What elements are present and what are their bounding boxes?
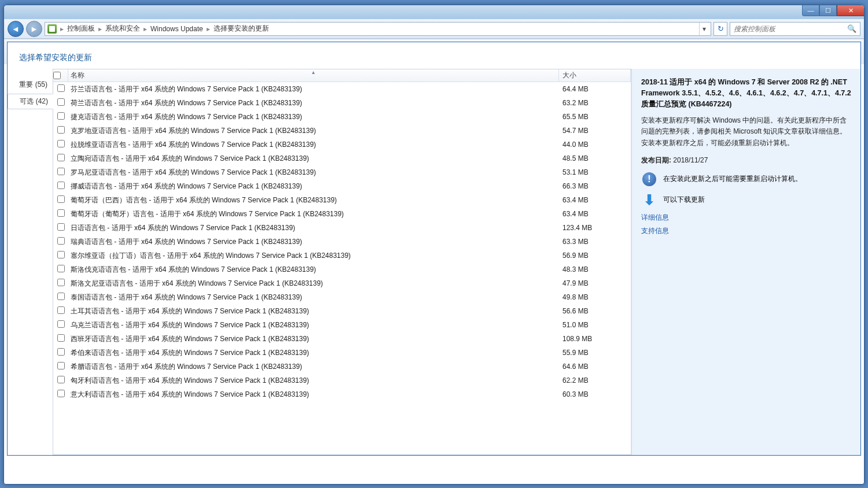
row-checkbox[interactable]: [57, 195, 65, 203]
update-name: 意大利语语言包 - 适用于 x64 系统的 Windows 7 Service …: [68, 390, 559, 400]
row-checkbox[interactable]: [57, 334, 65, 342]
row-checkbox[interactable]: [57, 112, 65, 120]
chevron-right-icon[interactable]: ▸: [144, 25, 147, 33]
update-name: 匈牙利语语言包 - 适用于 x64 系统的 Windows 7 Service …: [68, 376, 559, 386]
minimize-button[interactable]: —: [802, 5, 819, 16]
update-name: 立陶宛语语言包 - 适用于 x64 系统的 Windows 7 Service …: [68, 154, 559, 164]
search-box[interactable]: 🔍: [730, 22, 860, 36]
update-name: 西班牙语语言包 - 适用于 x64 系统的 Windows 7 Service …: [68, 334, 559, 344]
category-tabs: 重要 (55) 可选 (42): [8, 69, 53, 455]
update-name: 克罗地亚语语言包 - 适用于 x64 系统的 Windows 7 Service…: [68, 126, 559, 136]
table-row[interactable]: 立陶宛语语言包 - 适用于 x64 系统的 Windows 7 Service …: [53, 151, 631, 165]
row-checkbox[interactable]: [57, 320, 65, 328]
table-row[interactable]: 瑞典语语言包 - 适用于 x64 系统的 Windows 7 Service P…: [53, 235, 631, 249]
row-checkbox[interactable]: [57, 182, 65, 189]
download-icon: ⬇: [641, 192, 657, 208]
back-button[interactable]: ◄: [8, 21, 24, 37]
table-row[interactable]: 西班牙语语言包 - 适用于 x64 系统的 Windows 7 Service …: [53, 332, 631, 346]
update-size: 47.9 MB: [559, 279, 631, 287]
row-checkbox[interactable]: [57, 168, 65, 175]
row-checkbox[interactable]: [57, 126, 65, 134]
row-checkbox[interactable]: [57, 376, 65, 383]
table-row[interactable]: 葡萄牙语（巴西）语言包 - 适用于 x64 系统的 Windows 7 Serv…: [53, 193, 631, 207]
breadcrumb-item[interactable]: Windows Update: [150, 25, 203, 33]
chevron-right-icon[interactable]: ▸: [207, 25, 210, 33]
list-body[interactable]: 芬兰语语言包 - 适用于 x64 系统的 Windows 7 Service P…: [53, 82, 631, 454]
table-row[interactable]: 希腊语语言包 - 适用于 x64 系统的 Windows 7 Service P…: [53, 360, 631, 374]
update-name: 芬兰语语言包 - 适用于 x64 系统的 Windows 7 Service P…: [68, 84, 559, 94]
search-input[interactable]: [734, 25, 847, 33]
breadcrumb-item[interactable]: 系统和安全: [105, 24, 140, 34]
table-row[interactable]: 乌克兰语语言包 - 适用于 x64 系统的 Windows 7 Service …: [53, 318, 631, 332]
table-row[interactable]: 匈牙利语语言包 - 适用于 x64 系统的 Windows 7 Service …: [53, 374, 631, 387]
table-row[interactable]: 挪威语语言包 - 适用于 x64 系统的 Windows 7 Service P…: [53, 179, 631, 193]
breadcrumb-item[interactable]: 控制面板: [67, 24, 95, 34]
table-row[interactable]: 泰国语语言包 - 适用于 x64 系统的 Windows 7 Service P…: [53, 290, 631, 304]
row-checkbox[interactable]: [57, 306, 65, 314]
table-row[interactable]: 希伯来语语言包 - 适用于 x64 系统的 Windows 7 Service …: [53, 346, 631, 360]
search-icon[interactable]: 🔍: [847, 24, 856, 33]
table-row[interactable]: 芬兰语语言包 - 适用于 x64 系统的 Windows 7 Service P…: [53, 82, 631, 96]
update-name: 日语语言包 - 适用于 x64 系统的 Windows 7 Service Pa…: [68, 223, 559, 233]
update-name: 土耳其语语言包 - 适用于 x64 系统的 Windows 7 Service …: [68, 306, 559, 316]
titlebar[interactable]: — ☐ ✕: [4, 5, 864, 19]
table-row[interactable]: 克罗地亚语语言包 - 适用于 x64 系统的 Windows 7 Service…: [53, 124, 631, 138]
row-checkbox[interactable]: [57, 154, 65, 161]
row-checkbox[interactable]: [57, 390, 65, 397]
update-size: 108.9 MB: [559, 335, 631, 343]
update-size: 51.0 MB: [559, 321, 631, 329]
table-row[interactable]: 荷兰语语言包 - 适用于 x64 系统的 Windows 7 Service P…: [53, 96, 631, 110]
row-checkbox[interactable]: [57, 293, 65, 300]
breadcrumb-item[interactable]: 选择要安装的更新: [214, 24, 269, 34]
row-checkbox[interactable]: [57, 362, 65, 369]
row-checkbox[interactable]: [57, 140, 65, 147]
close-button[interactable]: ✕: [837, 5, 865, 16]
row-checkbox[interactable]: [57, 348, 65, 356]
row-checkbox[interactable]: [57, 279, 65, 286]
select-all-checkbox[interactable]: [53, 72, 61, 79]
table-row[interactable]: 意大利语语言包 - 适用于 x64 系统的 Windows 7 Service …: [53, 387, 631, 401]
row-checkbox[interactable]: [57, 237, 65, 245]
update-name: 拉脱维亚语语言包 - 适用于 x64 系统的 Windows 7 Service…: [68, 140, 559, 150]
column-name[interactable]: 名称▴: [68, 69, 559, 82]
address-dropdown[interactable]: ▾: [699, 23, 708, 35]
update-size: 123.4 MB: [559, 224, 631, 232]
chevron-right-icon[interactable]: ▸: [60, 25, 64, 33]
table-row[interactable]: 日语语言包 - 适用于 x64 系统的 Windows 7 Service Pa…: [53, 221, 631, 235]
update-name: 挪威语语言包 - 适用于 x64 系统的 Windows 7 Service P…: [68, 182, 559, 191]
table-row[interactable]: 斯洛文尼亚语语言包 - 适用于 x64 系统的 Windows 7 Servic…: [53, 276, 631, 290]
row-checkbox[interactable]: [57, 251, 65, 258]
update-name: 泰国语语言包 - 适用于 x64 系统的 Windows 7 Service P…: [68, 293, 559, 302]
table-row[interactable]: 拉脱维亚语语言包 - 适用于 x64 系统的 Windows 7 Service…: [53, 138, 631, 151]
tab-optional[interactable]: 可选 (42): [8, 94, 53, 109]
row-checkbox[interactable]: [57, 223, 65, 231]
tab-important[interactable]: 重要 (55): [8, 77, 53, 93]
select-all-column[interactable]: [53, 69, 68, 82]
update-size: 63.2 MB: [559, 99, 631, 107]
update-name: 希腊语语言包 - 适用于 x64 系统的 Windows 7 Service P…: [68, 362, 559, 372]
row-checkbox[interactable]: [57, 265, 65, 272]
navbar: ◄ ► ▸ 控制面板 ▸ 系统和安全 ▸ Windows Update ▸ 选择…: [4, 19, 864, 39]
row-checkbox[interactable]: [57, 84, 65, 92]
update-name: 瑞典语语言包 - 适用于 x64 系统的 Windows 7 Service P…: [68, 237, 559, 247]
table-row[interactable]: 塞尔维亚语（拉丁语）语言包 - 适用于 x64 系统的 Windows 7 Se…: [53, 249, 631, 263]
link-support-info[interactable]: 支持信息: [641, 226, 851, 236]
table-row[interactable]: 葡萄牙语（葡萄牙）语言包 - 适用于 x64 系统的 Windows 7 Ser…: [53, 207, 631, 221]
maximize-button[interactable]: ☐: [819, 5, 837, 16]
address-bar[interactable]: ▸ 控制面板 ▸ 系统和安全 ▸ Windows Update ▸ 选择要安装的…: [45, 22, 711, 36]
detail-publish-date: 发布日期: 2018/11/27: [641, 156, 851, 165]
row-checkbox[interactable]: [57, 98, 65, 106]
table-row[interactable]: 罗马尼亚语语言包 - 适用于 x64 系统的 Windows 7 Service…: [53, 165, 631, 179]
update-size: 56.9 MB: [559, 252, 631, 260]
table-row[interactable]: 斯洛伐克语语言包 - 适用于 x64 系统的 Windows 7 Service…: [53, 263, 631, 276]
link-more-info[interactable]: 详细信息: [641, 213, 851, 223]
update-size: 63.3 MB: [559, 238, 631, 246]
row-checkbox[interactable]: [57, 209, 65, 217]
forward-button[interactable]: ►: [26, 21, 42, 37]
refresh-button[interactable]: ↻: [713, 22, 727, 36]
control-panel-icon: [47, 24, 57, 34]
table-row[interactable]: 土耳其语语言包 - 适用于 x64 系统的 Windows 7 Service …: [53, 304, 631, 318]
table-row[interactable]: 捷克语语言包 - 适用于 x64 系统的 Windows 7 Service P…: [53, 110, 631, 124]
chevron-right-icon[interactable]: ▸: [98, 25, 102, 33]
column-size[interactable]: 大小: [559, 69, 631, 82]
